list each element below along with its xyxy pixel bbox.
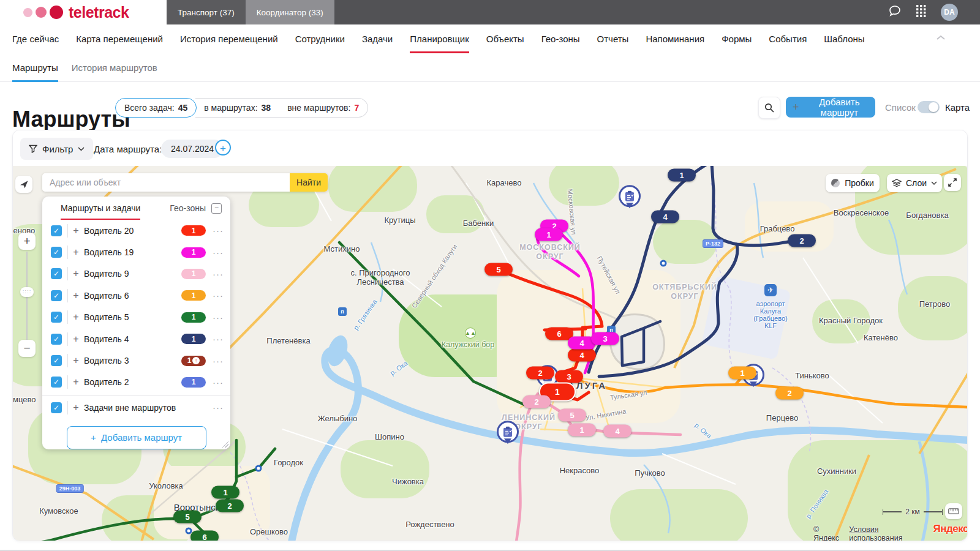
tasks-outside-routes-row: ✓ + Задачи вне маршрутов ··· <box>42 397 230 418</box>
zoom-in-button[interactable]: + <box>18 233 36 250</box>
apps-grid-icon[interactable] <box>916 5 926 20</box>
map-canvas[interactable]: Карачево Крутицы Бабенки Мстихино с. При… <box>13 166 968 541</box>
driver-checkbox[interactable]: ✓ <box>51 290 62 301</box>
route-marker[interactable]: 5 <box>173 511 202 523</box>
zoom-slider-rail[interactable] <box>26 252 28 343</box>
view-list-label[interactable]: Список <box>885 102 916 113</box>
route-marker[interactable]: 1 <box>568 424 596 437</box>
route-marker[interactable]: 2 <box>526 367 554 380</box>
row-menu-icon[interactable]: ··· <box>206 377 230 388</box>
driver-checkbox[interactable]: ✓ <box>51 355 62 366</box>
ruler-button[interactable] <box>945 503 962 519</box>
route-marker[interactable]: 1 <box>728 367 756 380</box>
expand-plus-icon[interactable]: + <box>68 402 84 413</box>
terms-link[interactable]: Условия использования <box>849 525 929 541</box>
tab-routes-and-tasks[interactable]: Маршруты и задачи <box>61 197 140 220</box>
row-menu-icon[interactable]: ··· <box>206 402 230 413</box>
route-marker[interactable]: 2 <box>775 387 804 400</box>
plus-icon: + <box>790 101 802 114</box>
driver-checkbox[interactable]: ✓ <box>51 225 62 236</box>
route-marker[interactable]: 2 <box>216 500 244 512</box>
driver-checkbox[interactable]: ✓ <box>51 402 62 413</box>
row-menu-icon[interactable]: ··· <box>206 247 230 258</box>
nav-item-where-now[interactable]: Где сейчас <box>12 24 59 53</box>
expand-plus-icon[interactable]: + <box>68 312 84 323</box>
workspace-tab-transport[interactable]: Транспорт (37) <box>167 0 246 24</box>
row-menu-icon[interactable]: ··· <box>206 225 230 236</box>
expand-plus-icon[interactable]: + <box>68 247 84 258</box>
search-button[interactable] <box>758 97 780 119</box>
row-menu-icon[interactable]: ··· <box>206 269 230 279</box>
nav-item-reports[interactable]: Отчеты <box>597 24 629 53</box>
subnav-routes[interactable]: Маршруты <box>12 53 58 82</box>
driver-checkbox[interactable]: ✓ <box>51 247 62 258</box>
driver-checkbox[interactable]: ✓ <box>51 334 62 345</box>
panel-add-route-button[interactable]: + Добавить маршрут <box>67 426 206 449</box>
route-marker[interactable]: 1 <box>535 228 563 241</box>
panel-resize-handle[interactable] <box>222 441 228 448</box>
collapse-nav-icon[interactable] <box>936 32 946 43</box>
nav-item-events[interactable]: События <box>769 24 807 53</box>
route-marker[interactable]: 3 <box>591 332 619 345</box>
expand-plus-icon[interactable]: + <box>68 225 84 236</box>
route-marker[interactable]: 2 <box>788 234 816 247</box>
route-marker[interactable]: 5 <box>558 409 586 422</box>
nav-item-movement-map[interactable]: Карта перемещений <box>76 24 163 53</box>
planner-page: Транспорт (37) Координатор (33) teletrac… <box>0 0 980 551</box>
add-date-button[interactable]: + <box>215 140 231 156</box>
route-marker[interactable]: 4 <box>568 349 596 362</box>
row-menu-icon[interactable]: ··· <box>206 356 230 366</box>
driver-checkbox[interactable]: ✓ <box>51 377 62 388</box>
nav-item-planner[interactable]: Планировщик <box>410 24 469 53</box>
map-label: Грабцево <box>760 224 795 233</box>
task-pin[interactable] <box>497 421 519 443</box>
route-marker[interactable]: 6 <box>190 531 219 542</box>
expand-plus-icon[interactable]: + <box>68 290 84 301</box>
nav-item-tasks[interactable]: Задачи <box>362 24 393 53</box>
chat-icon[interactable] <box>888 4 902 20</box>
map-label-airport: (Грабцево) <box>753 315 787 322</box>
expand-plus-icon[interactable]: + <box>68 377 84 388</box>
nav-item-employees[interactable]: Сотрудники <box>295 24 345 53</box>
row-menu-icon[interactable]: ··· <box>206 290 230 301</box>
traffic-button[interactable]: Пробки <box>826 174 880 192</box>
list-map-toggle[interactable] <box>918 101 940 113</box>
expand-plus-icon[interactable]: + <box>68 355 84 366</box>
route-marker[interactable]: 1 <box>668 169 696 182</box>
workspace-tab-coordinator[interactable]: Координатор (33) <box>246 0 334 24</box>
row-menu-icon[interactable]: ··· <box>206 312 230 323</box>
add-route-button[interactable]: + Добавить маршрут <box>786 97 875 118</box>
layers-button[interactable]: Слои <box>887 174 942 192</box>
row-menu-icon[interactable]: ··· <box>206 334 230 344</box>
route-date-value[interactable]: 24.07.2024 <box>161 140 224 158</box>
subnav-route-history[interactable]: История маршрутов <box>72 53 157 82</box>
zoom-slider-handle[interactable]: ········ <box>20 287 34 297</box>
view-map-label[interactable]: Карта <box>945 102 970 113</box>
zoom-out-button[interactable]: − <box>18 340 36 357</box>
expand-plus-icon[interactable]: + <box>68 268 84 279</box>
expand-plus-icon[interactable]: + <box>68 334 84 345</box>
nav-item-geozones[interactable]: Гео-зоны <box>541 24 580 53</box>
route-marker[interactable]: 3 <box>555 370 583 383</box>
route-marker[interactable]: 4 <box>603 425 631 438</box>
tab-geozones[interactable]: Гео-зоны <box>170 197 206 220</box>
nav-item-objects[interactable]: Объекты <box>486 24 524 53</box>
filter-button[interactable]: Фильтр <box>20 138 93 160</box>
map-search-find-button[interactable]: Найти <box>290 173 328 192</box>
driver-checkbox[interactable]: ✓ <box>51 312 62 323</box>
geolocate-button[interactable] <box>15 176 32 193</box>
route-marker[interactable]: 2 <box>522 395 551 408</box>
route-marker[interactable]: 4 <box>651 211 679 223</box>
nav-item-templates[interactable]: Шаблоны <box>824 24 864 53</box>
nav-item-forms[interactable]: Формы <box>722 24 752 53</box>
task-pin[interactable] <box>619 185 641 207</box>
nav-item-reminders[interactable]: Напоминания <box>646 24 704 53</box>
avatar[interactable]: DA <box>941 4 958 21</box>
route-marker[interactable]: 1 <box>211 486 239 499</box>
nav-item-movement-history[interactable]: История перемещений <box>180 24 278 53</box>
route-marker[interactable]: 5 <box>484 263 513 276</box>
fullscreen-button[interactable] <box>944 174 961 191</box>
map-search-input[interactable] <box>42 173 290 192</box>
collapse-panel-icon[interactable]: − <box>211 203 222 214</box>
driver-checkbox[interactable]: ✓ <box>51 268 62 279</box>
